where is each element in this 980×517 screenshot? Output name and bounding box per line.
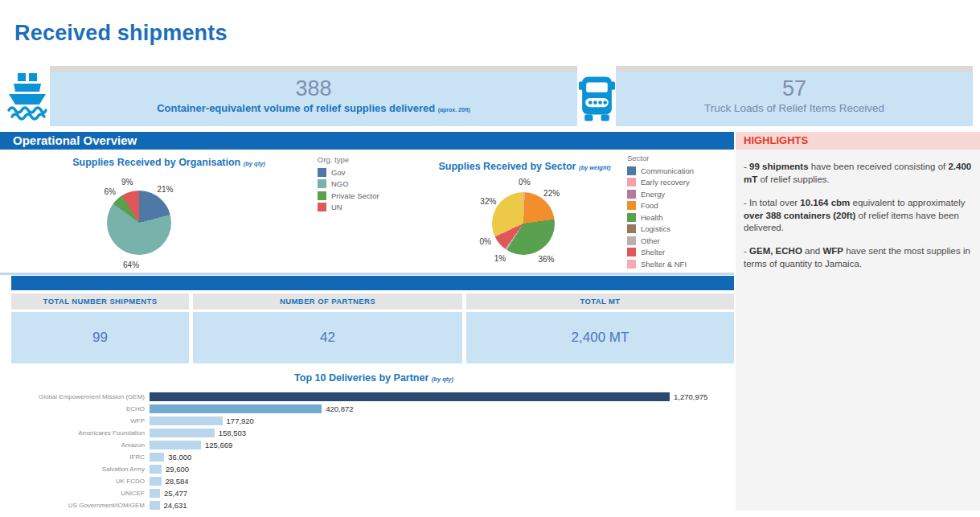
- ship-icon: [6, 71, 48, 121]
- legend-item[interactable]: Other: [627, 235, 694, 247]
- bar-row: WFP177,920: [0, 415, 734, 427]
- legend-swatch: [627, 248, 636, 256]
- bar-row: UNICEF25,477: [0, 487, 734, 499]
- pie-chart-sector: 0%22%36%1%0%32%: [0, 150, 734, 273]
- kpi-label-trucks: Truck Loads of Relief Items Received: [616, 102, 973, 114]
- bar[interactable]: [150, 453, 164, 462]
- pie-percent-label: 0%: [480, 236, 491, 245]
- dashboard: Received shipments 388 Container-equival…: [0, 0, 980, 517]
- bar-value-label: 177,920: [227, 416, 254, 425]
- legend-label: Shelter & NFI: [641, 260, 687, 269]
- bar-category-label: Americares Foundation: [0, 429, 150, 437]
- legend-label: Health: [641, 213, 662, 222]
- legend-item[interactable]: Shelter: [627, 247, 694, 259]
- bar[interactable]: [150, 441, 201, 449]
- legend-label: Early recovery: [641, 178, 690, 187]
- bar[interactable]: [150, 404, 322, 413]
- legend-item[interactable]: Health: [627, 211, 694, 224]
- bar-row: US Government/IOM/GEM24,631: [0, 499, 734, 511]
- pie-percent-label: 32%: [480, 196, 496, 205]
- bar[interactable]: [150, 501, 160, 510]
- legend-item[interactable]: Communication: [627, 165, 694, 177]
- kpi-label-containers: Container-equivalent volume of relief su…: [50, 102, 577, 114]
- legend-item[interactable]: Logistics: [627, 224, 694, 236]
- legend-swatch: [627, 260, 636, 269]
- bar[interactable]: [150, 477, 162, 486]
- stat-value-total-mt: 2,400 MT: [466, 312, 734, 363]
- kpi-value-trucks: 57: [616, 76, 973, 101]
- bar-value-label: 420,872: [326, 404, 353, 413]
- blue-divider-band: [11, 276, 734, 290]
- pie-percent-label: 0%: [519, 178, 530, 187]
- kpi-top-strip: [50, 66, 577, 72]
- bar-row: Americares Foundation158,503: [0, 427, 734, 439]
- bar-category-label: WFP: [0, 417, 150, 425]
- stat-value-number-of-partners: 42: [193, 312, 462, 363]
- bar-value-label: 28,584: [166, 477, 189, 486]
- bar-value-label: 36,000: [168, 453, 191, 462]
- legend-label: Logistics: [641, 224, 670, 233]
- bar[interactable]: [150, 416, 223, 425]
- section-banner-operational-overview: Operational Overview: [0, 132, 734, 150]
- bar-value-label: 1,270,975: [674, 392, 707, 401]
- bar-value-label: 158,503: [219, 429, 246, 437]
- bar-category-label: IFRC: [0, 453, 150, 461]
- legend-item[interactable]: Energy: [627, 188, 694, 200]
- page-title: Received shipments: [14, 21, 228, 46]
- bar[interactable]: [150, 489, 160, 498]
- bar-value-label: 29,600: [166, 465, 189, 474]
- stat-header-number-of-partners: NUMBER OF PARTNERS: [193, 293, 462, 310]
- pie-section: Supplies Received by Organisation (by qt…: [0, 150, 734, 273]
- highlight-paragraph: - 99 shipments have been received consis…: [744, 161, 972, 187]
- bar-category-label: ECHO: [0, 405, 150, 412]
- pie-legend-sector: SectorCommunicationEarly recoveryEnergyF…: [627, 154, 694, 271]
- legend-label: Food: [641, 201, 658, 210]
- pie[interactable]: [492, 192, 555, 255]
- section-divider: [0, 273, 734, 275]
- legend-swatch: [627, 190, 636, 199]
- kpi-card-containers: 388 Container-equivalent volume of relie…: [50, 72, 577, 126]
- legend-item[interactable]: Shelter & NFI: [627, 258, 694, 270]
- legend-swatch: [627, 166, 636, 175]
- stat-header-total-shipments: TOTAL NUMBER SHIPMENTS: [11, 293, 189, 310]
- bar-row: ECHO420,872: [0, 403, 734, 415]
- bar-value-label: 25,477: [164, 489, 187, 498]
- bar-row: Salvation Army29,600: [0, 463, 734, 475]
- stat-value-total-shipments: 99: [11, 312, 189, 363]
- legend-swatch: [627, 224, 636, 233]
- legend-swatch: [627, 236, 636, 245]
- highlights-body: - 99 shipments have been received consis…: [736, 150, 980, 511]
- bar-category-label: US Government/IOM/GEM: [0, 502, 150, 509]
- bar-category-label: Amazon: [0, 441, 150, 449]
- bar-category-label: UK FCDO: [0, 478, 150, 485]
- pie-percent-label: 36%: [538, 254, 554, 263]
- bar-chart-title: Top 10 Deliveries by Partner (by qty): [0, 372, 748, 384]
- bar-category-label: Salvation Army: [0, 466, 150, 473]
- kpi-label-suffix: (aprox. 20ft): [438, 107, 470, 113]
- legend-item[interactable]: WASH: [627, 270, 694, 272]
- legend-label: Energy: [641, 190, 665, 199]
- legend-item[interactable]: Early recovery: [627, 177, 694, 189]
- bar[interactable]: [150, 465, 162, 474]
- bar[interactable]: [150, 429, 215, 437]
- bar-row: UK FCDO28,584: [0, 475, 734, 487]
- bar-chart-top10-partners: Global Empowerment Mission (GEM)1,270,97…: [0, 391, 734, 511]
- kpi-top-strip: [616, 66, 973, 72]
- bar-value-label: 125,669: [205, 441, 232, 449]
- legend-label: Other: [641, 236, 660, 245]
- pie-percent-label: 22%: [543, 188, 560, 197]
- kpi-card-trucks: 57 Truck Loads of Relief Items Received: [616, 72, 973, 126]
- bar-row: Amazon125,669: [0, 439, 734, 451]
- highlight-paragraph: - GEM, ECHO and WFP have sent the most s…: [744, 245, 972, 271]
- pie-percent-label: 1%: [494, 254, 506, 263]
- truck-icon: [578, 75, 616, 123]
- legend-label: Shelter: [641, 248, 665, 256]
- bar-row: IFRC36,000: [0, 451, 734, 463]
- legend-title: Sector: [627, 154, 694, 162]
- bar-row: Global Empowerment Mission (GEM)1,270,97…: [0, 391, 734, 403]
- bar-value-label: 24,631: [164, 501, 187, 510]
- bar-category-label: Global Empowerment Mission (GEM): [0, 393, 150, 400]
- legend-item[interactable]: Food: [627, 200, 694, 212]
- stat-header-total-mt: TOTAL MT: [466, 293, 734, 310]
- bar[interactable]: [150, 392, 670, 401]
